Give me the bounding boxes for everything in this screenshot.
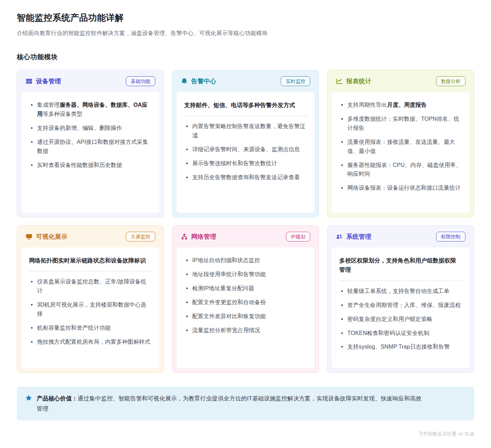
- card-lead: 支持邮件、短信、电话等多种告警外发方式: [184, 100, 307, 110]
- core-value-body: 通过集中监控、智能告警和可视化展示，为教育行业提供全方位的IT基础设施监控解决方…: [37, 395, 422, 412]
- bullet-item: IP地址自动扫描和状态监控: [184, 256, 307, 265]
- bullet-item: TOKEN检查和密码认证安全机制: [339, 329, 462, 338]
- card-alert-center: 告警中心 实时监控 支持邮件、短信、电话等多种告警外发方式 内置告警策略控制告警…: [172, 70, 319, 217]
- card-header: 可视化展示 大屏监控: [21, 226, 159, 247]
- bullet-item: 机柜容量监控和资产统计功能: [29, 323, 152, 332]
- monitor-icon: [26, 233, 33, 240]
- sitemap-icon: [181, 233, 188, 240]
- card-visualization: 可视化展示 大屏监控 网络拓扑图实时展示链路状态和设备故障标识 仪表盘展示设备监…: [17, 225, 164, 373]
- card-bullets: 轻量级工单系统，支持告警自动生成工单资产全生命周期管理：入库、维保、报废流程密码…: [339, 287, 462, 352]
- card-bullets: 支持周期性导出月度、周度报告多维度数据统计：实时数据、TOPN排名、统计报告流量…: [339, 100, 462, 192]
- bullet-item: 内置告警策略控制告警发送数量，避免告警泛滥: [184, 122, 307, 140]
- card-device-management: 设备管理 基础功能 集成管理服务器、网络设备、数据库、OA应用等多种设备类型支持…: [17, 70, 164, 217]
- bullet-item: 支持设备的新增、编辑、删除操作: [29, 124, 152, 133]
- bullet-item: 配置文件差异对比和恢复功能: [184, 312, 307, 321]
- bullet-item: 网络设备报表：设备运行状态和接口流量统计: [339, 183, 462, 192]
- bullet-item: 实时查看设备性能数据和历史数据: [29, 161, 152, 170]
- card-lead: 多校区权限划分，支持角色和用户组数据权限管理: [339, 256, 462, 274]
- section-title-core-modules: 核心功能模块: [17, 52, 474, 62]
- bullet-item: 仪表盘展示设备监控总数、正常/故障设备统计: [29, 277, 152, 295]
- bullet-item: 支持syslog、SNMP Trap日志接收和告警: [339, 342, 462, 351]
- chart-line-icon: [336, 78, 343, 85]
- card-title: 系统管理: [346, 232, 371, 241]
- bullet-item: 3D机房可视化展示，支持楼层和数据中心选择: [29, 300, 152, 318]
- card-bullets: IP地址自动扫描和状态监控地址段使用率统计和告警功能检测IP地址重复分配问题配置…: [184, 256, 307, 335]
- card-badge: 大屏监控: [126, 232, 155, 242]
- card-header: 告警中心 实时监控: [177, 70, 315, 92]
- card-badge: 数据分析: [436, 76, 465, 86]
- server-icon: [26, 78, 33, 85]
- card-header: 报表统计 数据分析: [332, 70, 470, 92]
- cards-grid: 设备管理 基础功能 集成管理服务器、网络设备、数据库、OA应用等多种设备类型支持…: [17, 70, 474, 373]
- card-body: IP地址自动扫描和状态监控地址段使用率统计和告警功能检测IP地址重复分配问题配置…: [177, 247, 315, 368]
- card-header: 网络管理 IP规划: [177, 226, 315, 247]
- card-header: 设备管理 基础功能: [21, 70, 159, 92]
- card-body: 支持周期性导出月度、周度报告多维度数据统计：实时数据、TOPN排名、统计报告流量…: [332, 92, 470, 213]
- card-badge: IP规划: [286, 232, 310, 242]
- card-body: 集成管理服务器、网络设备、数据库、OA应用等多种设备类型支持设备的新增、编辑、删…: [21, 92, 159, 213]
- page-subtitle: 介绍面向教育行业的智能监控软件解决方案，涵盖设备管理、告警中心、可视化展示等核心…: [17, 30, 474, 37]
- card-lead: 网络拓扑图实时展示链路状态和设备故障标识: [29, 256, 152, 265]
- bullet-item: 资产全生命周期管理：入库、维保、报废流程: [339, 301, 462, 310]
- bullet-item: 配置文件变更监控和自动备份: [184, 298, 307, 307]
- core-value-banner: 产品核心价值：通过集中监控、智能告警和可视化展示，为教育行业提供全方位的IT基础…: [17, 387, 474, 420]
- card-divider: [29, 271, 152, 272]
- page-title: 智能监控系统产品功能详解: [17, 12, 474, 23]
- bullet-item: 详细记录告警时间、来源设备、监测点信息: [184, 145, 307, 154]
- card-title: 报表统计: [346, 77, 371, 85]
- card-badge: 权限控制: [436, 232, 465, 242]
- bullet-item: 服务器性能报表：CPU、内存、磁盘使用率、响应时间: [339, 161, 462, 179]
- star-icon: [25, 394, 32, 401]
- core-value-text: 产品核心价值：通过集中监控、智能告警和可视化展示，为教育行业提供全方位的IT基础…: [37, 393, 425, 414]
- bell-icon: [181, 78, 188, 85]
- card-report-statistics: 报表统计 数据分析 支持周期性导出月度、周度报告多维度数据统计：实时数据、TOP…: [327, 70, 474, 217]
- card-title: 设备管理: [36, 77, 61, 85]
- footer-ai-note: 飞书智能会议纪要 AI 生成: [17, 431, 474, 437]
- card-divider: [339, 280, 462, 281]
- bullet-item: 展示告警连续时长和告警次数统计: [184, 159, 307, 168]
- bullet-item: 流量监控分析带宽占用情况: [184, 326, 307, 335]
- card-divider: [184, 115, 307, 116]
- bullet-item: 地址段使用率统计和告警功能: [184, 270, 307, 279]
- card-badge: 基础功能: [126, 76, 155, 86]
- bullet-item: 支持历史告警数据查询和告警发送记录查看: [184, 173, 307, 182]
- bullet-item: 检测IP地址重复分配问题: [184, 284, 307, 293]
- card-body: 多校区权限划分，支持角色和用户组数据权限管理 轻量级工单系统，支持告警自动生成工…: [332, 247, 470, 368]
- bullet-item: 拖拉拽方式配置机房布局，内置多种图标样式: [29, 337, 152, 346]
- card-bullets: 内置告警策略控制告警发送数量，避免告警泛滥详细记录告警时间、来源设备、监测点信息…: [184, 122, 307, 182]
- card-header: 系统管理 权限控制: [332, 226, 470, 247]
- bullet-item: 通过开源协议、API接口和数据对接方式采集数据: [29, 138, 152, 156]
- bullet-item: 流量使用报表：接收流量、发送流量、最大值、最小值: [339, 138, 462, 156]
- card-body: 支持邮件、短信、电话等多种告警外发方式 内置告警策略控制告警发送数量，避免告警泛…: [177, 92, 315, 213]
- card-bullets: 集成管理服务器、网络设备、数据库、OA应用等多种设备类型支持设备的新增、编辑、删…: [29, 100, 152, 169]
- users-icon: [336, 233, 343, 240]
- bullet-item: 集成管理服务器、网络设备、数据库、OA应用等多种设备类型: [29, 100, 152, 119]
- bullet-item: 多维度数据统计：实时数据、TOPN排名、统计报告: [339, 114, 462, 133]
- core-value-label: 产品核心价值：: [37, 395, 78, 401]
- bullet-item: 支持周期性导出月度、周度报告: [339, 100, 462, 110]
- card-system-management: 系统管理 权限控制 多校区权限划分，支持角色和用户组数据权限管理 轻量级工单系统…: [327, 225, 474, 373]
- card-title: 网络管理: [191, 232, 216, 241]
- card-body: 网络拓扑图实时展示链路状态和设备故障标识 仪表盘展示设备监控总数、正常/故障设备…: [21, 247, 159, 368]
- card-badge: 实时监控: [281, 76, 310, 86]
- card-network-management: 网络管理 IP规划 IP地址自动扫描和状态监控地址段使用率统计和告警功能检测IP…: [172, 225, 319, 373]
- bullet-item: 密码复杂度自定义和用户锁定策略: [339, 315, 462, 324]
- card-bullets: 仪表盘展示设备监控总数、正常/故障设备统计3D机房可视化展示，支持楼层和数据中心…: [29, 277, 152, 346]
- bullet-item: 轻量级工单系统，支持告警自动生成工单: [339, 287, 462, 296]
- page-root: 智能监控系统产品功能详解 介绍面向教育行业的智能监控软件解决方案，涵盖设备管理、…: [0, 0, 491, 446]
- card-title: 可视化展示: [36, 232, 67, 241]
- card-title: 告警中心: [191, 77, 216, 85]
